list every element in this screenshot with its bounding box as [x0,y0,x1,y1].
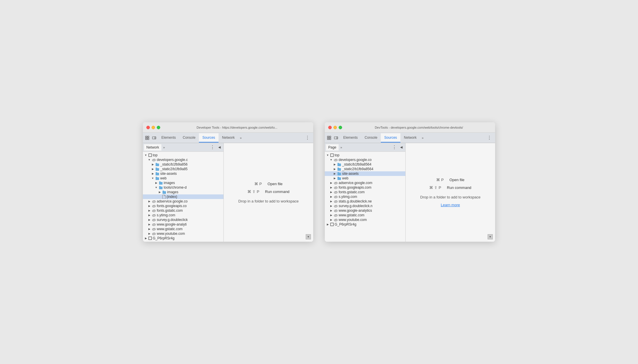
tree-item[interactable]: developers.google.c [143,157,223,162]
tree-arrow-closed[interactable] [148,209,151,212]
tree-arrow-closed[interactable] [151,163,154,166]
tree-arrow-closed[interactable] [154,181,158,185]
tree-arrow-closed[interactable] [329,213,333,217]
tree-item[interactable]: s.ytimg.com [143,213,223,217]
tree-arrow-closed[interactable] [148,227,151,231]
tree-item[interactable]: top [325,153,405,157]
tab-menu-2[interactable]: ⋮ [485,134,494,142]
tree-arrow-closed[interactable] [151,172,154,175]
tree-arrow-closed[interactable] [148,223,151,226]
tree-item[interactable]: images [143,181,223,185]
tree-arrow-closed[interactable] [148,213,151,217]
scroll-bottom-2[interactable]: ▼ [488,234,493,239]
tree-item[interactable]: developers.google.co [325,157,405,162]
tab-more-2[interactable]: » [420,135,425,141]
tree-arrow-closed[interactable] [333,177,336,180]
tree-item[interactable]: (index) [143,194,223,199]
tree-arrow-closed[interactable] [329,186,333,189]
tree-arrow-open[interactable] [148,158,151,162]
tree-item[interactable]: _static/b1fb9a856 [143,162,223,167]
tree-item[interactable]: images [143,190,223,194]
tree-arrow-closed[interactable] [148,204,151,208]
close-button-2[interactable] [328,126,332,129]
tree-arrow-closed[interactable] [329,200,333,203]
tree-arrow-open[interactable] [144,153,148,157]
tree-arrow-closed[interactable] [148,200,151,203]
tree-arrow-closed[interactable] [329,190,333,194]
inspect-icon-1[interactable] [144,135,150,141]
tree-item[interactable]: s.ytimg.com [325,194,405,199]
tree-item[interactable]: fonts.googleapis.co [143,204,223,208]
tree-arrow-closed[interactable] [329,209,333,212]
tree-arrow-closed[interactable] [329,195,333,198]
maximize-button-1[interactable] [157,126,160,129]
learn-more-link[interactable]: Learn more [441,203,460,207]
tree-arrow-closed[interactable] [144,237,148,240]
tree-item[interactable]: www.google-analyti [143,222,223,227]
tree-item[interactable]: G_P6rpRSr4g [143,236,223,241]
tab-menu-1[interactable]: ⋮ [303,134,312,142]
tree-arrow-open[interactable] [326,153,329,157]
tree-item[interactable]: stats.g.doubleclick.ne [325,199,405,204]
tree-arrow-closed[interactable] [151,167,154,171]
responsive-icon-2[interactable] [333,135,339,141]
tree-arrow-closed[interactable] [333,167,336,171]
tree-item[interactable]: _static/b1fb9a8564 [325,162,405,167]
tree-item[interactable]: www.gstatic.com [325,213,405,217]
tree-item[interactable]: survey.g.doubleclick.n [325,204,405,208]
tree-arrow-closed[interactable] [329,181,333,185]
maximize-button-2[interactable] [339,126,342,129]
collapse-icon-2[interactable]: ◀ [398,145,404,150]
tree-arrow-closed[interactable] [333,163,336,166]
tree-arrow-closed[interactable] [148,232,151,235]
tree-item[interactable]: G_P6rpRSr4g [325,222,405,227]
tree-item[interactable]: adservice.google.co [143,199,223,204]
tab-sources-2[interactable]: Sources [381,133,400,142]
minimize-button-2[interactable] [333,126,337,129]
tree-item[interactable]: site-assets [325,171,405,176]
tab-console-1[interactable]: Console [179,133,199,142]
tree-item[interactable]: site-assets [143,171,223,176]
tab-console-2[interactable]: Console [361,133,381,142]
tree-item[interactable]: _static2/b1fb9a8564 [325,167,405,171]
close-button-1[interactable] [146,126,150,129]
panel-menu-1[interactable]: ⋮ [208,144,217,151]
tree-arrow-open[interactable] [154,186,158,189]
tab-network-2[interactable]: Network [400,133,420,142]
tree-item[interactable]: adservice.google.com [325,181,405,185]
tree-arrow-closed[interactable] [148,218,151,222]
tree-arrow-closed[interactable] [329,218,333,222]
tree-arrow-closed[interactable] [326,223,329,226]
tab-elements-2[interactable]: Elements [340,133,361,142]
tree-arrow-closed[interactable] [329,204,333,208]
tree-item[interactable]: www.google-analytics [325,208,405,213]
tree-item[interactable]: top [143,153,223,157]
tree-item[interactable]: www.youtube.com [143,231,223,236]
tab-more-1[interactable]: » [238,135,243,141]
tab-sources-1[interactable]: Sources [199,133,219,142]
panel-more-2[interactable]: » [339,145,344,150]
tree-item[interactable]: fonts.gstatic.com [325,190,405,194]
tree-arrow-closed[interactable] [333,172,336,175]
collapse-icon-1[interactable]: ◀ [217,145,222,150]
tree-item[interactable]: www.youtube.com [325,217,405,222]
tree-item[interactable]: fonts.gstatic.com [143,208,223,213]
tree-item[interactable]: fonts.googleapis.com [325,185,405,190]
panel-tab-page-2[interactable]: Page [326,144,339,151]
panel-tab-network-1[interactable]: Network [144,144,161,151]
scroll-bottom-1[interactable]: ▼ [306,234,311,239]
tree-item[interactable]: web [143,176,223,181]
tab-elements-1[interactable]: Elements [158,133,179,142]
responsive-icon-1[interactable] [151,135,157,141]
tree-item[interactable]: tools/chrome-d [143,185,223,190]
tab-network-1[interactable]: Network [219,133,238,142]
tree-arrow-open[interactable] [329,158,333,162]
tree-item[interactable]: survey.g.doubleclick [143,217,223,222]
minimize-button-1[interactable] [152,126,155,129]
tree-arrow-open[interactable] [151,177,154,180]
panel-menu-2[interactable]: ⋮ [390,144,398,151]
panel-more-1[interactable]: » [161,145,167,150]
tree-item[interactable]: web [325,176,405,181]
tree-item[interactable]: www.gstatic.com [143,227,223,231]
tree-item[interactable]: _static2/b1fb9a85 [143,167,223,171]
